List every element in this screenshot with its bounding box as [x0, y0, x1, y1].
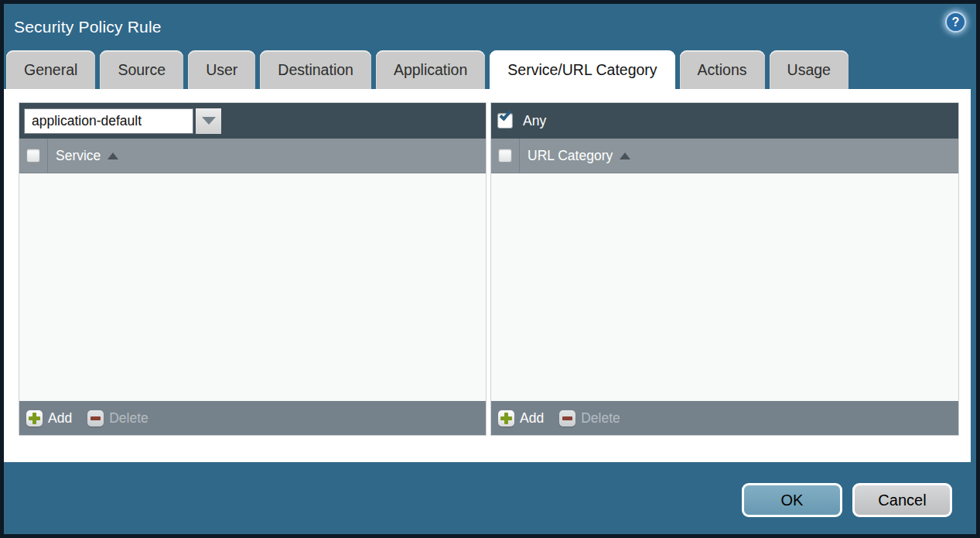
add-button-label: Add: [520, 410, 544, 427]
service-add-button[interactable]: Add: [26, 410, 72, 427]
checkmark-icon: [500, 108, 512, 122]
add-button-label: Add: [48, 410, 72, 427]
any-checkbox-label[interactable]: Any: [523, 113, 546, 129]
sort-ascending-icon: [108, 152, 118, 159]
tab-user[interactable]: User: [188, 50, 255, 89]
add-icon: [26, 410, 43, 427]
service-column-label[interactable]: Service: [56, 148, 101, 164]
url-category-add-button[interactable]: Add: [498, 410, 544, 427]
ok-button[interactable]: OK: [742, 483, 842, 517]
security-policy-rule-dialog: Security Policy Rule ? General Source Us…: [0, 0, 980, 538]
tab-content: application-default Service Add: [4, 89, 971, 462]
delete-icon: [87, 410, 104, 427]
tab-bar: General Source User Destination Applicat…: [6, 50, 976, 89]
tab-service-url-category[interactable]: Service/URL Category: [490, 50, 674, 89]
help-icon[interactable]: ?: [945, 12, 966, 33]
url-category-panel: Any URL Category Add Delete: [490, 102, 959, 436]
service-type-dropdown-value[interactable]: application-default: [24, 108, 193, 134]
tab-general[interactable]: General: [6, 50, 95, 89]
add-icon: [498, 410, 514, 427]
url-category-delete-button[interactable]: Delete: [559, 410, 620, 427]
url-category-panel-footer: Add Delete: [491, 401, 958, 435]
service-table-body: [19, 173, 486, 401]
titlebar: Security Policy Rule ?: [4, 4, 976, 50]
column-divider: [519, 139, 520, 173]
chevron-down-icon: [202, 117, 216, 125]
tab-source[interactable]: Source: [100, 50, 183, 89]
url-category-table-header: URL Category: [491, 139, 958, 173]
column-divider: [47, 139, 48, 173]
tab-application[interactable]: Application: [376, 50, 485, 89]
service-type-dropdown: application-default: [24, 108, 221, 134]
service-panel: application-default Service Add: [19, 102, 487, 436]
sort-ascending-icon: [620, 152, 630, 159]
tab-actions[interactable]: Actions: [680, 50, 765, 89]
service-type-dropdown-button[interactable]: [196, 108, 221, 134]
delete-icon: [559, 410, 575, 427]
service-delete-button[interactable]: Delete: [87, 410, 149, 427]
url-category-select-all-checkbox[interactable]: [498, 149, 512, 163]
delete-button-label: Delete: [581, 410, 620, 427]
url-category-panel-toolbar: Any: [491, 103, 958, 139]
tab-destination[interactable]: Destination: [260, 50, 371, 89]
cancel-button[interactable]: Cancel: [852, 483, 952, 517]
service-select-all-checkbox[interactable]: [26, 149, 40, 163]
dialog-title: Security Policy Rule: [4, 18, 162, 36]
url-category-table-body: [491, 173, 958, 401]
url-category-column-label[interactable]: URL Category: [528, 148, 613, 164]
tab-usage[interactable]: Usage: [770, 50, 849, 89]
service-table-header: Service: [19, 139, 486, 173]
service-panel-toolbar: application-default: [19, 103, 486, 139]
delete-button-label: Delete: [109, 410, 149, 427]
service-panel-footer: Add Delete: [19, 401, 486, 435]
any-checkbox[interactable]: [497, 113, 513, 129]
